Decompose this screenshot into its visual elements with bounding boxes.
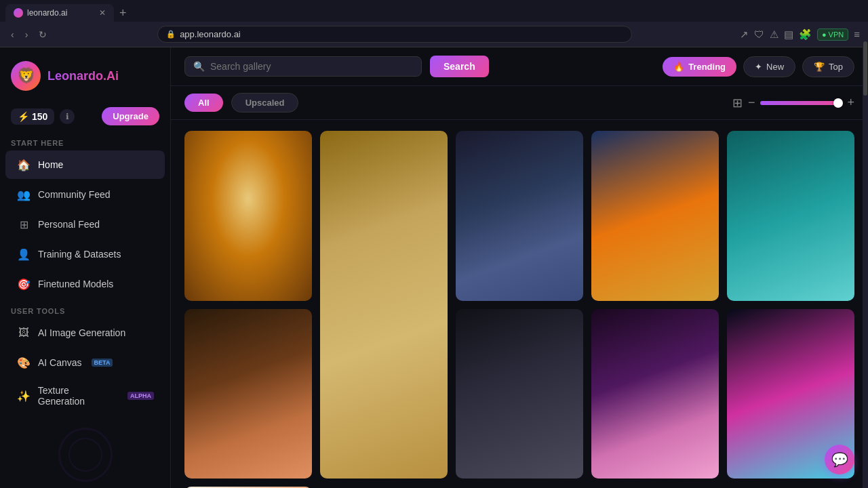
- gallery-item-1[interactable]: ⊞ ✏ ⛶: [184, 131, 312, 301]
- credits-info-button[interactable]: ℹ: [60, 109, 75, 124]
- gallery-grid: ⊞ ✏ ⛶ ⊞ ✏ ⛶ ⊞: [184, 131, 854, 488]
- gallery-item-8[interactable]: ⊞ ✏ ⛶: [591, 309, 719, 479]
- scrollbar-track[interactable]: [863, 41, 868, 488]
- grid-view-button[interactable]: ⊞: [732, 96, 743, 110]
- remix-button-8[interactable]: ⊞: [644, 314, 665, 335]
- top-button[interactable]: 🏆 Top: [802, 56, 854, 77]
- gallery-item-7[interactable]: ✏ ⛶: [456, 309, 583, 479]
- tab-close-button[interactable]: ✕: [99, 8, 106, 18]
- sidebar-item-ai-image[interactable]: 🖼 AI Image Generation: [5, 319, 165, 347]
- nav-actions: ↗ 🛡 ⚠ ▤ 🧩 ● VPN ≡: [740, 28, 860, 41]
- forward-button[interactable]: ›: [22, 28, 31, 41]
- reader-button[interactable]: ▤: [784, 28, 793, 41]
- expand-button-8[interactable]: ⛶: [693, 314, 713, 335]
- lock-icon: 🔒: [166, 30, 176, 39]
- upgrade-button[interactable]: Upgrade: [102, 107, 159, 125]
- community-icon: 👥: [16, 187, 31, 202]
- edit-button-7[interactable]: ✏: [533, 314, 553, 335]
- expand-button-2[interactable]: ⛶: [422, 136, 442, 157]
- gallery-item-2[interactable]: ⊞ ✏ ⛶: [320, 131, 448, 479]
- expand-button-9[interactable]: ⛶: [829, 314, 849, 335]
- credits-amount: 150: [32, 111, 47, 122]
- share-button[interactable]: ↗: [740, 28, 749, 41]
- sidebar-item-training[interactable]: 👤 Training & Datasets: [5, 240, 165, 268]
- active-tab[interactable]: leonardo.ai ✕: [5, 4, 114, 22]
- new-button[interactable]: ✦ New: [743, 56, 795, 77]
- filter-row-right: ⊞ − +: [732, 96, 854, 110]
- filter-row: All Upscaled ⊞ − +: [171, 86, 868, 120]
- reload-button[interactable]: ↻: [36, 28, 50, 41]
- search-input[interactable]: [210, 61, 413, 72]
- edit-button-8[interactable]: ✏: [669, 314, 689, 335]
- upscaled-filter-button[interactable]: Upscaled: [231, 93, 299, 113]
- remix-button-2[interactable]: ⊞: [373, 136, 393, 157]
- sidebar-item-finetuned[interactable]: 🎯 Finetuned Models: [5, 270, 165, 298]
- extensions-button[interactable]: 🧩: [799, 28, 812, 41]
- search-button[interactable]: Search: [430, 56, 489, 77]
- edit-button-1[interactable]: ✏: [262, 136, 282, 157]
- start-here-label: Start Here: [0, 131, 170, 150]
- back-button[interactable]: ‹: [8, 28, 17, 41]
- all-filter-button[interactable]: All: [184, 94, 223, 112]
- sidebar-item-texture-label: Texture Generation: [38, 385, 118, 407]
- edit-button-3[interactable]: ✏: [533, 136, 553, 157]
- texture-icon: ✨: [16, 388, 31, 403]
- expand-button-1[interactable]: ⛶: [286, 136, 307, 157]
- sidebar-item-finetuned-label: Finetuned Models: [38, 279, 113, 289]
- gallery-item-3[interactable]: ⊞ ✏ ⛶: [456, 131, 583, 301]
- remix-button-4[interactable]: ⊞: [644, 136, 665, 157]
- app: 🦁 Leonardo.Ai ⚡ 150 ℹ Upgrade Start Here…: [0, 47, 868, 488]
- scrollbar-thumb[interactable]: [863, 41, 867, 96]
- gallery-item-6[interactable]: ⊞ ✏ ⛶: [184, 309, 312, 479]
- tab-favicon: [14, 8, 23, 18]
- chat-icon: 💬: [831, 451, 848, 468]
- edit-button-6[interactable]: ✏: [262, 314, 282, 335]
- address-bar[interactable]: 🔒 app.leonardo.ai: [157, 26, 632, 43]
- trending-icon: 🔥: [673, 62, 684, 72]
- logo-text: Leonardo.Ai: [47, 69, 119, 83]
- zoom-out-button[interactable]: −: [748, 96, 755, 110]
- new-tab-button[interactable]: +: [117, 6, 130, 20]
- expand-button-6[interactable]: ⛶: [286, 314, 307, 335]
- gallery-item-4[interactable]: ⊞ ✏ ⛶: [591, 131, 719, 301]
- sidebar-item-ai-canvas[interactable]: 🎨 AI Canvas BETA: [5, 348, 165, 377]
- edit-button-5[interactable]: ⛶: [829, 136, 849, 157]
- gallery-item-5[interactable]: ⊞ ⛶: [727, 131, 854, 301]
- expand-button-3[interactable]: ⛶: [557, 136, 578, 157]
- home-icon: 🏠: [16, 157, 31, 172]
- trophy-icon: 🏆: [814, 62, 825, 72]
- zoom-slider[interactable]: [760, 101, 842, 105]
- sidebar-item-home[interactable]: 🏠 Home: [5, 150, 165, 179]
- main-content: 🔍 Search 🔥 Trending ✦ New 🏆 Top: [171, 47, 868, 488]
- remix-button-5[interactable]: ⊞: [804, 136, 825, 157]
- sidebar-logo: 🦁 Leonardo.Ai: [0, 56, 170, 102]
- edit-button-4[interactable]: ✏: [669, 136, 689, 157]
- sidebar-item-personal-feed[interactable]: ⊞ Personal Feed: [5, 210, 165, 239]
- zoom-thumb: [833, 98, 843, 108]
- zoom-in-button[interactable]: +: [847, 96, 854, 110]
- sidebar-item-texture[interactable]: ✨ Texture Generation ALPHA: [5, 378, 165, 413]
- credits-badge: ⚡ 150: [11, 108, 54, 125]
- chat-button[interactable]: 💬: [825, 445, 854, 474]
- sidebar-item-community-feed[interactable]: 👥 Community Feed: [5, 180, 165, 209]
- url-text: app.leonardo.ai: [180, 29, 241, 39]
- trending-button[interactable]: 🔥 Trending: [663, 57, 736, 77]
- menu-button[interactable]: ≡: [854, 28, 860, 40]
- expand-button-7[interactable]: ⛶: [557, 314, 578, 335]
- remix-button-3[interactable]: ⊞: [509, 136, 529, 157]
- logo-avatar: 🦁: [11, 61, 41, 91]
- gallery-image-hieroglyphs: [320, 131, 448, 479]
- training-icon: 👤: [16, 247, 31, 262]
- ai-canvas-icon: 🎨: [16, 355, 31, 370]
- remix-button-6[interactable]: ⊞: [237, 314, 258, 335]
- shield-button[interactable]: 🛡: [754, 28, 764, 40]
- search-icon: 🔍: [193, 61, 205, 72]
- sidebar-item-personal-label: Personal Feed: [38, 219, 100, 230]
- alpha-badge: ALPHA: [127, 392, 154, 400]
- expand-button-4[interactable]: ⛶: [693, 136, 713, 157]
- edit-button-2[interactable]: ✏: [397, 136, 418, 157]
- edit-button-9[interactable]: ✏: [804, 314, 825, 335]
- remix-button-1[interactable]: ⊞: [237, 136, 258, 157]
- remix-button-9[interactable]: ⊞: [780, 314, 800, 335]
- warning-button[interactable]: ⚠: [770, 28, 778, 41]
